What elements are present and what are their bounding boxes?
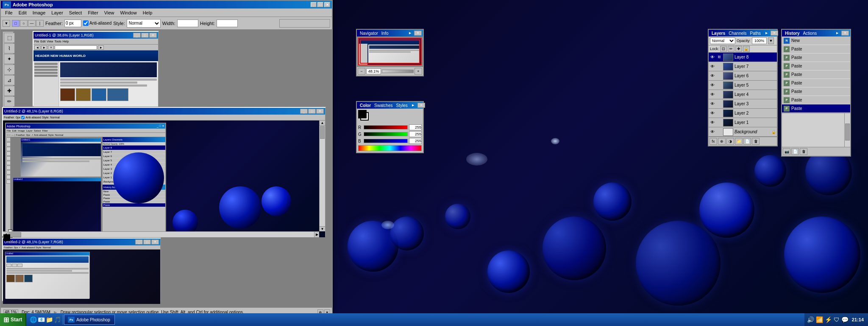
navigator-menu[interactable]: ▶ (406, 31, 414, 36)
layer-item-8[interactable]: 👁 ⛓ Layer 8 (709, 53, 777, 62)
tray-icon-3[interactable]: ⚡ (825, 316, 832, 323)
navigator-close[interactable]: ✕ (414, 31, 422, 36)
history-item-paste-2[interactable]: P Paste (782, 53, 850, 62)
swatches-tab-label[interactable]: Swatches (373, 103, 394, 108)
maximize-button[interactable]: □ (317, 2, 323, 7)
menu-image[interactable]: Image (30, 10, 48, 16)
history-close-btn[interactable]: ✕ (841, 31, 849, 36)
info-tab-label[interactable]: Info (380, 31, 390, 36)
fg-color-swatch[interactable] (358, 110, 367, 118)
opacity-arrow[interactable]: ▼ (768, 37, 774, 44)
start-button[interactable]: ⊞ Start (0, 313, 26, 326)
delete-state-btn[interactable]: 🗑 (800, 148, 807, 155)
doc3-minimize[interactable]: _ (135, 239, 143, 244)
history-item-paste-5[interactable]: P Paste (782, 79, 850, 87)
new-group-btn[interactable]: 📁 (735, 138, 743, 145)
ie-icon[interactable]: 🌐 (30, 316, 37, 323)
doc3-canvas[interactable]: Untitled (3, 250, 160, 304)
new-doc-from-state-btn[interactable]: 📄 (791, 148, 799, 155)
lasso-tool[interactable]: ⌇ (4, 43, 15, 53)
zoom-out-btn[interactable]: − (358, 68, 365, 75)
zoom-input[interactable] (366, 68, 381, 74)
history-tab-label[interactable]: History (783, 31, 801, 36)
folder-icon[interactable]: 📁 (46, 316, 53, 323)
layer-5-visibility[interactable]: 👁 (709, 82, 715, 88)
b-value-input[interactable] (409, 138, 422, 144)
menu-select[interactable]: Select (67, 10, 85, 16)
tray-icon-4[interactable]: 🛡 (834, 316, 840, 323)
row-select-btn[interactable]: — (28, 20, 36, 27)
layer-2-visibility[interactable]: 👁 (709, 110, 715, 116)
layer-4-visibility[interactable]: 👁 (709, 92, 715, 98)
channels-tab-label[interactable]: Channels (727, 31, 748, 36)
history-item-paste-1[interactable]: P Paste (782, 45, 850, 53)
new-adj-layer-btn[interactable]: ◑ (726, 138, 734, 145)
tray-icon-1[interactable]: 🔊 (807, 316, 814, 323)
doc2-scrollbar-h[interactable]: ◀ ▶ (3, 231, 319, 237)
magic-wand-tool[interactable]: ✦ (4, 54, 15, 64)
layer-mask-btn[interactable]: ⊕ (718, 138, 726, 145)
layer-item-7[interactable]: 👁 Layer 7 (709, 62, 777, 71)
width-input[interactable] (177, 20, 198, 27)
layer-6-visibility[interactable]: 👁 (709, 73, 715, 79)
new-layer-btn[interactable]: 📄 (743, 138, 751, 145)
minimize-button[interactable]: _ (311, 2, 317, 7)
g-value-input[interactable] (409, 131, 422, 137)
system-clock[interactable]: 21:14 (850, 317, 865, 322)
color-spectrum[interactable] (358, 145, 422, 151)
menu-file[interactable]: File (3, 10, 15, 16)
doc1-close[interactable]: ✕ (149, 33, 157, 38)
taskbar-photoshop-button[interactable]: Ps Adobe Photoshop (64, 315, 115, 325)
navigator-tab-label[interactable]: Navigator (358, 31, 380, 36)
color-tab-label[interactable]: Color (358, 103, 373, 108)
layer-item-4[interactable]: 👁 Layer 4 (709, 90, 777, 99)
doc1-maximize[interactable]: □ (141, 33, 149, 38)
menu-help[interactable]: Help (140, 10, 155, 16)
tray-icon-2[interactable]: 📶 (816, 316, 823, 323)
r-value-input[interactable] (409, 124, 422, 130)
doc2-minimize[interactable]: _ (300, 109, 308, 114)
paths-tab-label[interactable]: Paths (748, 31, 763, 36)
menu-layer[interactable]: Layer (49, 10, 66, 16)
zoom-in-btn[interactable]: + (415, 68, 422, 75)
rect-select-btn[interactable]: □ (12, 20, 19, 27)
brush-tool[interactable]: ✏ (4, 96, 15, 107)
layer-item-6[interactable]: 👁 Layer 6 (709, 71, 777, 81)
doc2-close[interactable]: ✕ (316, 109, 324, 114)
lock-position-btn[interactable]: ✚ (735, 46, 742, 52)
doc3-maximize[interactable]: □ (143, 239, 151, 244)
canvas-area[interactable]: Untitled-1 @ 38,6% (Layer 1,RGB) _ □ ✕ F… (1, 30, 332, 307)
layers-menu-btn[interactable]: ▶ (762, 31, 770, 36)
height-input[interactable] (217, 20, 238, 27)
anti-alias-checkbox[interactable] (83, 20, 89, 26)
opacity-value-input[interactable] (752, 37, 767, 44)
layer-effects-btn[interactable]: fx (709, 138, 717, 145)
doc2-maximize[interactable]: □ (308, 109, 316, 114)
doc2-antialias[interactable] (21, 116, 25, 119)
slice-tool[interactable]: ⊿ (4, 75, 15, 85)
ellipse-select-btn[interactable]: ○ (20, 20, 28, 27)
doc2-canvas[interactable]: Adobe Photoshop _ □ ✕ FileEditImageLayer… (3, 121, 325, 237)
doc2-scrollbar-v[interactable]: ▲ ▼ (319, 121, 325, 231)
styles-tab-label[interactable]: Styles (394, 103, 409, 108)
lock-image-btn[interactable]: ✏ (728, 46, 734, 52)
history-item-paste-8[interactable]: P Paste (782, 104, 850, 113)
tray-icon-5[interactable]: 💬 (841, 316, 849, 323)
color-close[interactable]: ✕ (417, 103, 425, 108)
actions-tab-label[interactable]: Actions (801, 31, 818, 36)
layer-3-visibility[interactable]: 👁 (709, 101, 715, 107)
history-item-paste-4[interactable]: P Paste (782, 70, 850, 79)
delete-layer-btn[interactable]: 🗑 (752, 138, 760, 145)
layers-close-btn[interactable]: ✕ (771, 31, 778, 36)
menu-filter[interactable]: Filter (85, 10, 100, 16)
history-scrollbar[interactable] (844, 113, 850, 147)
menu-edit[interactable]: Edit (16, 10, 29, 16)
layer-item-3[interactable]: 👁 Layer 3 (709, 99, 777, 109)
lock-transparent-btn[interactable]: ⊡ (720, 46, 727, 52)
feather-input[interactable] (64, 20, 81, 27)
heal-tool[interactable]: ✚ (4, 86, 15, 96)
style-select[interactable]: Normal (127, 19, 161, 28)
layer-1-visibility[interactable]: 👁 (709, 120, 715, 126)
layer-item-1[interactable]: 👁 Layer 1 (709, 118, 777, 127)
layer-bg-visibility[interactable]: 👁 (709, 129, 715, 135)
